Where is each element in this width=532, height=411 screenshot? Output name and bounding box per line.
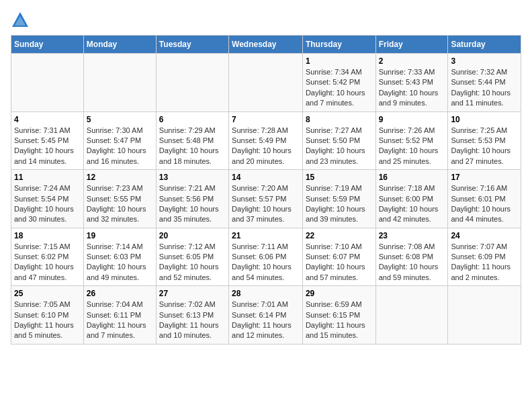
day-info: Sunrise: 7:12 AM Sunset: 6:05 PM Dayligh…	[159, 242, 226, 283]
calendar-cell: 18Sunrise: 7:15 AM Sunset: 6:02 PM Dayli…	[11, 228, 84, 286]
calendar-cell	[448, 286, 521, 345]
day-number: 19	[87, 231, 153, 240]
day-info: Sunrise: 7:18 AM Sunset: 6:00 PM Dayligh…	[379, 183, 445, 225]
day-number: 14	[232, 173, 300, 182]
calendar-cell	[229, 54, 303, 112]
calendar-cell: 20Sunrise: 7:12 AM Sunset: 6:05 PM Dayli…	[156, 228, 228, 286]
day-info: Sunrise: 7:04 AM Sunset: 6:11 PM Dayligh…	[87, 300, 153, 341]
day-number: 28	[232, 289, 300, 298]
calendar-cell	[83, 54, 156, 112]
day-number: 17	[451, 173, 518, 182]
calendar-cell: 26Sunrise: 7:04 AM Sunset: 6:11 PM Dayli…	[83, 286, 156, 345]
day-info: Sunrise: 7:29 AM Sunset: 5:48 PM Dayligh…	[159, 126, 226, 167]
page-header	[11, 11, 521, 30]
day-info: Sunrise: 7:16 AM Sunset: 6:01 PM Dayligh…	[451, 183, 518, 225]
day-number: 9	[379, 115, 445, 124]
day-number: 16	[379, 173, 445, 182]
day-number: 21	[232, 231, 300, 240]
calendar-cell: 25Sunrise: 7:05 AM Sunset: 6:10 PM Dayli…	[11, 286, 84, 345]
day-info: Sunrise: 7:10 AM Sunset: 6:07 PM Dayligh…	[306, 242, 373, 283]
calendar-cell: 15Sunrise: 7:19 AM Sunset: 5:59 PM Dayli…	[302, 170, 375, 228]
day-info: Sunrise: 7:34 AM Sunset: 5:42 PM Dayligh…	[306, 67, 373, 109]
calendar-cell	[375, 286, 448, 345]
calendar-cell: 7Sunrise: 7:28 AM Sunset: 5:49 PM Daylig…	[229, 111, 303, 170]
day-info: Sunrise: 7:25 AM Sunset: 5:53 PM Dayligh…	[451, 126, 518, 167]
day-info: Sunrise: 7:21 AM Sunset: 5:56 PM Dayligh…	[159, 183, 226, 225]
day-info: Sunrise: 7:11 AM Sunset: 6:06 PM Dayligh…	[232, 242, 300, 283]
calendar-cell: 17Sunrise: 7:16 AM Sunset: 6:01 PM Dayli…	[448, 170, 521, 228]
calendar-cell: 28Sunrise: 7:01 AM Sunset: 6:14 PM Dayli…	[229, 286, 303, 345]
day-number: 3	[451, 56, 518, 66]
calendar-cell: 6Sunrise: 7:29 AM Sunset: 5:48 PM Daylig…	[156, 111, 228, 170]
calendar-cell: 12Sunrise: 7:23 AM Sunset: 5:55 PM Dayli…	[83, 170, 156, 228]
day-number: 8	[306, 115, 373, 124]
calendar-week-row: 11Sunrise: 7:24 AM Sunset: 5:54 PM Dayli…	[11, 170, 521, 228]
calendar-week-row: 1Sunrise: 7:34 AM Sunset: 5:42 PM Daylig…	[11, 54, 521, 112]
day-number: 11	[14, 173, 81, 182]
calendar-cell: 14Sunrise: 7:20 AM Sunset: 5:57 PM Dayli…	[229, 170, 303, 228]
calendar-table: SundayMondayTuesdayWednesdayThursdayFrid…	[11, 35, 521, 345]
day-number: 1	[306, 56, 373, 66]
day-info: Sunrise: 7:28 AM Sunset: 5:49 PM Dayligh…	[232, 126, 300, 167]
calendar-cell: 9Sunrise: 7:26 AM Sunset: 5:52 PM Daylig…	[375, 111, 448, 170]
calendar-cell: 4Sunrise: 7:31 AM Sunset: 5:45 PM Daylig…	[11, 111, 84, 170]
calendar-cell: 10Sunrise: 7:25 AM Sunset: 5:53 PM Dayli…	[448, 111, 521, 170]
day-info: Sunrise: 7:15 AM Sunset: 6:02 PM Dayligh…	[14, 242, 81, 283]
calendar-cell: 27Sunrise: 7:02 AM Sunset: 6:13 PM Dayli…	[156, 286, 228, 345]
calendar-cell	[11, 54, 84, 112]
calendar-cell: 11Sunrise: 7:24 AM Sunset: 5:54 PM Dayli…	[11, 170, 84, 228]
weekday-header: Sunday	[11, 36, 84, 54]
day-number: 18	[14, 231, 81, 240]
calendar-cell: 3Sunrise: 7:32 AM Sunset: 5:44 PM Daylig…	[448, 54, 521, 112]
weekday-header: Thursday	[302, 36, 375, 54]
day-info: Sunrise: 7:08 AM Sunset: 6:08 PM Dayligh…	[379, 242, 445, 283]
day-info: Sunrise: 7:05 AM Sunset: 6:10 PM Dayligh…	[14, 300, 81, 341]
day-info: Sunrise: 7:02 AM Sunset: 6:13 PM Dayligh…	[159, 300, 226, 341]
day-number: 12	[87, 173, 153, 182]
day-info: Sunrise: 7:07 AM Sunset: 6:09 PM Dayligh…	[451, 242, 518, 283]
day-info: Sunrise: 7:33 AM Sunset: 5:43 PM Dayligh…	[379, 67, 445, 109]
calendar-cell: 16Sunrise: 7:18 AM Sunset: 6:00 PM Dayli…	[375, 170, 448, 228]
calendar-cell: 5Sunrise: 7:30 AM Sunset: 5:47 PM Daylig…	[83, 111, 156, 170]
day-info: Sunrise: 7:32 AM Sunset: 5:44 PM Dayligh…	[451, 67, 518, 109]
calendar-cell	[156, 54, 228, 112]
day-number: 20	[159, 231, 226, 240]
calendar-week-row: 25Sunrise: 7:05 AM Sunset: 6:10 PM Dayli…	[11, 286, 521, 345]
day-info: Sunrise: 7:20 AM Sunset: 5:57 PM Dayligh…	[232, 183, 300, 225]
day-info: Sunrise: 7:01 AM Sunset: 6:14 PM Dayligh…	[232, 300, 300, 341]
calendar-cell: 1Sunrise: 7:34 AM Sunset: 5:42 PM Daylig…	[302, 54, 375, 112]
day-info: Sunrise: 7:31 AM Sunset: 5:45 PM Dayligh…	[14, 126, 81, 167]
day-number: 29	[306, 289, 373, 298]
day-number: 6	[159, 115, 226, 124]
day-number: 25	[14, 289, 81, 298]
day-number: 27	[159, 289, 226, 298]
calendar-week-row: 18Sunrise: 7:15 AM Sunset: 6:02 PM Dayli…	[11, 228, 521, 286]
calendar-cell: 19Sunrise: 7:14 AM Sunset: 6:03 PM Dayli…	[83, 228, 156, 286]
day-number: 2	[379, 56, 445, 66]
day-number: 13	[159, 173, 226, 182]
day-info: Sunrise: 7:19 AM Sunset: 5:59 PM Dayligh…	[306, 183, 373, 225]
day-number: 5	[87, 115, 153, 124]
calendar-header-row: SundayMondayTuesdayWednesdayThursdayFrid…	[11, 36, 521, 54]
day-info: Sunrise: 7:26 AM Sunset: 5:52 PM Dayligh…	[379, 126, 445, 167]
day-info: Sunrise: 7:30 AM Sunset: 5:47 PM Dayligh…	[87, 126, 153, 167]
day-info: Sunrise: 7:14 AM Sunset: 6:03 PM Dayligh…	[87, 242, 153, 283]
weekday-header: Tuesday	[156, 36, 228, 54]
calendar-week-row: 4Sunrise: 7:31 AM Sunset: 5:45 PM Daylig…	[11, 111, 521, 170]
weekday-header: Friday	[375, 36, 448, 54]
day-number: 10	[451, 115, 518, 124]
day-number: 23	[379, 231, 445, 240]
calendar-cell: 22Sunrise: 7:10 AM Sunset: 6:07 PM Dayli…	[302, 228, 375, 286]
day-info: Sunrise: 7:23 AM Sunset: 5:55 PM Dayligh…	[87, 183, 153, 225]
day-info: Sunrise: 6:59 AM Sunset: 6:15 PM Dayligh…	[306, 300, 373, 341]
logo	[11, 11, 31, 30]
weekday-header: Monday	[83, 36, 156, 54]
day-info: Sunrise: 7:24 AM Sunset: 5:54 PM Dayligh…	[14, 183, 81, 225]
weekday-header: Wednesday	[229, 36, 303, 54]
day-info: Sunrise: 7:27 AM Sunset: 5:50 PM Dayligh…	[306, 126, 373, 167]
calendar-cell: 13Sunrise: 7:21 AM Sunset: 5:56 PM Dayli…	[156, 170, 228, 228]
calendar-cell: 2Sunrise: 7:33 AM Sunset: 5:43 PM Daylig…	[375, 54, 448, 112]
calendar-cell: 24Sunrise: 7:07 AM Sunset: 6:09 PM Dayli…	[448, 228, 521, 286]
calendar-cell: 8Sunrise: 7:27 AM Sunset: 5:50 PM Daylig…	[302, 111, 375, 170]
calendar-cell: 23Sunrise: 7:08 AM Sunset: 6:08 PM Dayli…	[375, 228, 448, 286]
